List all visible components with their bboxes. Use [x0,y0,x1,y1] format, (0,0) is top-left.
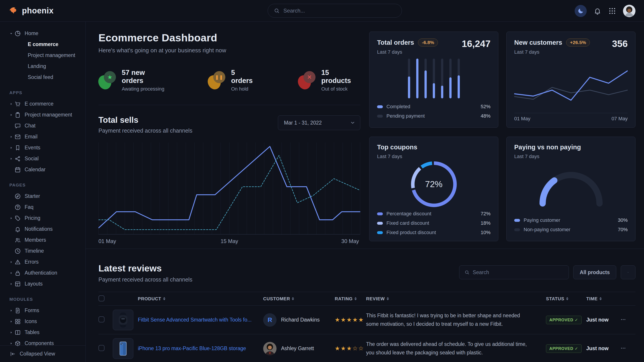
sidebar-item-errors[interactable]: Errors [0,257,86,267]
sidebar-item-e-commerce[interactable]: E commerce [0,98,86,109]
sidebar-subitem-e-commerce[interactable]: E commerce [0,39,86,50]
sidebar-subitem-landing[interactable]: Landing [0,61,86,72]
collapse-icon [10,351,16,357]
sidebar-item-events[interactable]: Events [0,142,86,153]
legend-swatch [377,212,383,215]
new-customers-chart[interactable] [514,59,628,112]
global-search-input[interactable] [284,7,396,14]
column-time[interactable]: TIME [586,296,620,301]
mail-icon [14,133,21,140]
sidebar-item-forms[interactable]: Forms [0,305,86,316]
legend-value: 30% [618,217,628,223]
sidebar-item-email[interactable]: Email [0,131,86,142]
search-icon [464,269,470,275]
all-products-button[interactable]: All products [573,265,616,279]
stat-out-of-stock: ✕ 15 products Out of stock [298,69,360,92]
paying-gauge-chart[interactable] [514,159,628,216]
product-link[interactable]: iPhone 13 pro max-Pacific Blue-128GB sto… [138,346,255,351]
sidebar-item-starter[interactable]: Starter [0,191,86,202]
order-bar [458,58,460,98]
row-checkbox[interactable] [98,316,104,323]
sidebar-item-tables[interactable]: Tables [0,327,86,338]
sidebar-item-icons[interactable]: Icons [0,316,86,327]
row-menu-icon[interactable] [620,316,626,323]
sidebar-item-chat[interactable]: Chat [0,120,86,131]
caret-right-icon[interactable] [9,156,14,161]
divider [98,105,360,105]
legend-swatch [377,222,383,225]
caret-right-icon[interactable] [9,282,14,286]
collapsed-view-toggle[interactable]: Collapsed View [0,346,86,362]
sidebar-subitem-project-management[interactable]: Project management [0,50,86,61]
user-avatar[interactable] [623,5,636,17]
sidebar-item-home[interactable]: Home [0,28,86,39]
sidebar-home-children: E commerceProject managementLandingSocia… [0,39,86,83]
file-icon [14,307,21,314]
column-status[interactable]: STATUS [546,296,586,301]
date-range-select[interactable]: Mar 1 - 31, 2022 [278,115,360,130]
legend-value: 72% [481,211,490,217]
brand[interactable]: phoenix [8,5,54,16]
order-bar [424,58,427,98]
sidebar-item-project-management[interactable]: Project management [0,109,86,120]
row-menu-icon[interactable] [620,345,626,352]
sidebar-item-social[interactable]: Social [0,153,86,164]
table-row[interactable]: Fitbit Sense Advanced Smartwatch with To… [98,306,636,334]
reviews-more-button[interactable] [621,265,636,279]
chevron-down-icon [350,120,356,126]
caret-right-icon[interactable] [9,308,14,313]
sidebar-item-label: Pricing [24,215,40,221]
column-rating[interactable]: RATING [335,296,366,301]
caret-right-icon[interactable] [9,135,14,139]
caret-right-icon[interactable] [9,330,14,335]
legend-label: Paying customer [524,217,560,223]
coupons-donut-chart[interactable]: 72% [409,159,459,209]
rating-stars: ★★★★★ [335,316,366,323]
review-text: The order was delivered ahead of schedul… [366,340,546,357]
reviews-title: Latest reviews [98,263,192,274]
global-search[interactable] [268,4,402,18]
sidebar-item-notifications[interactable]: Notifications [0,224,86,235]
product-link[interactable]: Fitbit Sense Advanced Smartwatch with To… [138,317,260,323]
column-customer[interactable]: CUSTOMER [263,296,335,301]
caret-right-icon[interactable] [9,146,14,150]
caret-right-icon[interactable] [9,102,14,106]
customer-avatar-letter: R [263,313,276,327]
notifications-bell-icon[interactable] [594,7,602,15]
customer-name: Richard Dawkins [281,317,320,323]
product-thumbnail-iphone [113,338,133,359]
caret-right-icon[interactable] [9,319,14,324]
top-coupons-card: Top coupons Last 7 days 72% Perc [369,137,498,241]
sidebar-item-timeline[interactable]: Timeline [0,246,86,257]
reviews-search-input[interactable] [473,269,564,276]
caret-right-icon[interactable] [9,113,14,117]
caret-right-icon[interactable] [9,341,14,346]
theme-toggle-button[interactable] [575,5,587,17]
select-all-checkbox[interactable] [98,295,104,301]
sidebar-item-layouts[interactable]: Layouts [0,278,86,289]
sidebar-item-pricing[interactable]: Pricing [0,213,86,224]
x-tick: 07 May [612,116,628,122]
caret-right-icon[interactable] [9,216,14,220]
sidebar-subitem-social-feed[interactable]: Social feed [0,72,86,83]
total-sells-chart[interactable] [98,142,360,235]
column-product[interactable]: PRODUCT [138,296,263,301]
orders-bar-chart[interactable] [408,58,460,98]
column-review[interactable]: REVIEW [366,296,546,301]
apps-grid-icon[interactable] [608,7,616,15]
caret-down-icon[interactable] [9,31,14,36]
sidebar-item-label: Errors [24,259,39,265]
caret-right-icon[interactable] [9,260,14,264]
sidebar-item-authentication[interactable]: Authentication [0,267,86,278]
sidebar-item-calendar[interactable]: Calendar [0,164,86,175]
legend-paying: Paying customer 30% [514,216,628,225]
table-row[interactable]: iPhone 13 pro max-Pacific Blue-128GB sto… [98,334,636,362]
sidebar-item-faq[interactable]: Faq [0,202,86,213]
row-checkbox[interactable] [98,345,104,351]
x-tick: 01 May [98,238,116,244]
reviews-search[interactable] [459,265,569,279]
caret-right-icon[interactable] [9,271,14,275]
sidebar-item-members[interactable]: Members [0,235,86,246]
x-tick: 01 May [514,116,530,122]
card-title: Paying vs non paying [514,144,581,151]
